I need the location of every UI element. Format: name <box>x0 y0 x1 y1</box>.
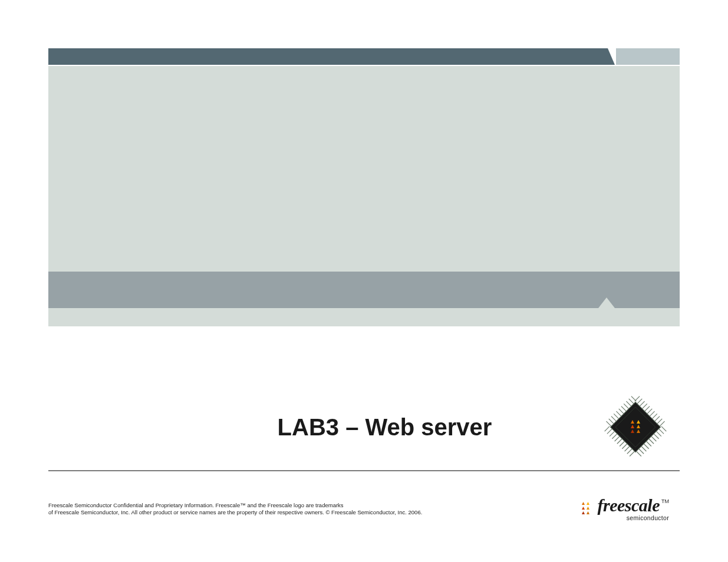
svg-line-26 <box>626 401 631 406</box>
brand-tm: TM <box>661 499 669 504</box>
disclaimer-line-2: of Freescale Semiconductor, Inc. All oth… <box>48 509 422 516</box>
svg-line-12 <box>660 421 664 426</box>
svg-line-38 <box>654 434 658 438</box>
svg-line-10 <box>655 416 660 421</box>
svg-line-18 <box>617 439 622 444</box>
svg-line-6 <box>645 406 650 411</box>
header-bar-main <box>48 48 608 65</box>
svg-line-40 <box>649 439 654 444</box>
svg-line-11 <box>657 419 662 424</box>
svg-line-32 <box>611 416 616 421</box>
svg-line-20 <box>622 444 627 448</box>
panel-notch-icon <box>598 297 615 308</box>
svg-line-13 <box>605 427 610 431</box>
svg-line-37 <box>656 431 661 436</box>
svg-line-39 <box>651 437 656 441</box>
content-panel <box>48 66 680 326</box>
svg-line-36 <box>659 429 664 434</box>
title-section: LAB3 – Web server <box>48 395 680 471</box>
svg-line-35 <box>661 427 666 431</box>
svg-line-41 <box>646 441 651 446</box>
svg-line-22 <box>627 449 632 454</box>
content-panel-body <box>48 66 680 272</box>
svg-marker-54 <box>582 507 585 510</box>
svg-marker-53 <box>587 502 589 505</box>
chip-svg <box>603 395 668 459</box>
svg-line-45 <box>636 451 641 456</box>
header-bar <box>48 48 680 65</box>
brand-sub: semiconductor <box>598 515 669 521</box>
svg-line-28 <box>621 406 626 411</box>
disclaimer-line-1: Freescale Semiconductor Confidential and… <box>48 502 422 509</box>
svg-rect-0 <box>611 402 661 452</box>
svg-line-3 <box>637 399 642 404</box>
svg-line-44 <box>639 449 644 454</box>
svg-line-24 <box>631 396 636 401</box>
svg-line-16 <box>612 434 617 438</box>
svg-marker-56 <box>582 511 585 514</box>
svg-line-4 <box>640 401 644 406</box>
svg-line-30 <box>616 411 621 416</box>
svg-line-33 <box>609 419 614 424</box>
brand-logo: freescale TM semiconductor <box>580 497 669 521</box>
svg-line-31 <box>614 414 618 418</box>
svg-line-21 <box>625 447 630 451</box>
svg-line-29 <box>619 409 624 414</box>
content-panel-footer <box>48 308 680 326</box>
svg-line-19 <box>620 441 624 446</box>
slide-title: LAB3 – Web server <box>48 414 603 441</box>
svg-line-15 <box>610 431 614 436</box>
freescale-logo-icon <box>580 500 595 515</box>
svg-line-25 <box>629 399 634 404</box>
content-panel-band <box>48 272 680 308</box>
svg-line-42 <box>644 444 648 448</box>
brand-name: freescale <box>598 497 660 514</box>
svg-line-43 <box>641 447 646 451</box>
svg-line-17 <box>615 437 620 441</box>
svg-marker-52 <box>582 502 585 505</box>
svg-line-27 <box>624 404 628 408</box>
svg-line-23 <box>630 451 634 456</box>
svg-line-34 <box>607 421 611 426</box>
svg-line-14 <box>607 429 612 434</box>
header-bar-accent <box>616 48 680 65</box>
svg-marker-55 <box>587 507 589 510</box>
svg-marker-57 <box>587 511 589 514</box>
svg-line-8 <box>650 411 654 416</box>
disclaimer-text: Freescale Semiconductor Confidential and… <box>48 502 422 516</box>
svg-line-5 <box>642 404 647 408</box>
svg-line-9 <box>652 414 657 418</box>
brand-text: freescale TM semiconductor <box>598 497 669 521</box>
svg-line-7 <box>647 409 652 414</box>
chip-icon <box>603 395 668 459</box>
